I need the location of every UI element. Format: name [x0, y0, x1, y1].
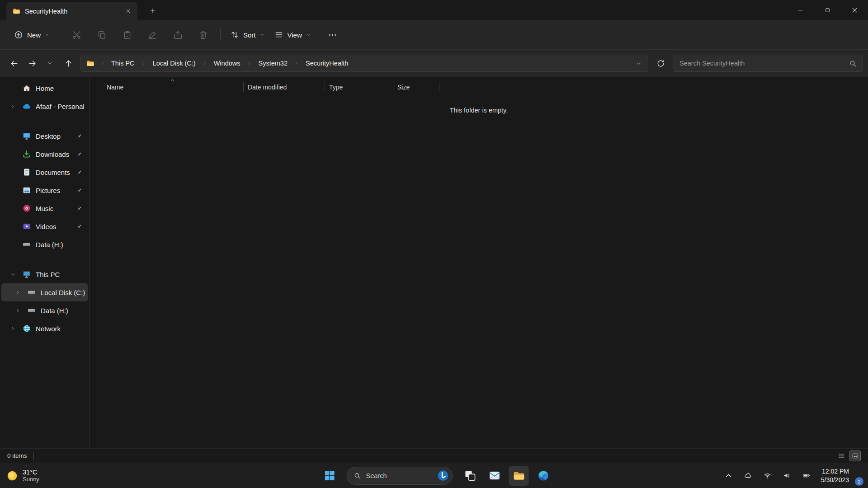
- chevron-slot: [8, 221, 18, 231]
- hidden-icons-button[interactable]: [722, 469, 736, 483]
- column-header-size[interactable]: Size: [393, 84, 439, 91]
- column-header-type[interactable]: Type: [325, 84, 393, 91]
- chevron-right-icon[interactable]: [8, 101, 18, 111]
- chevron-right-icon[interactable]: [13, 305, 23, 315]
- sort-button[interactable]: Sort: [225, 26, 269, 44]
- chevron-down-icon[interactable]: [8, 269, 18, 279]
- new-button[interactable]: New: [9, 26, 54, 44]
- breadcrumb-system32[interactable]: System32: [254, 57, 291, 69]
- sidebar-item-data-h[interactable]: Data (H:): [1, 235, 88, 253]
- delete-button[interactable]: [193, 26, 213, 44]
- sort-ascending-icon: [170, 78, 175, 83]
- sidebar-item-desktop[interactable]: Desktop: [1, 127, 88, 145]
- breadcrumb-windows[interactable]: Windows: [210, 57, 245, 69]
- up-button[interactable]: [60, 55, 77, 71]
- breadcrumb-this-pc[interactable]: This PC: [107, 57, 139, 69]
- file-explorer-app-button[interactable]: [509, 466, 529, 486]
- breadcrumb-local-disk-c[interactable]: Local Disk (C:): [149, 57, 200, 69]
- pin-icon: [75, 168, 83, 176]
- sidebar-item-label: Music: [36, 205, 71, 212]
- sidebar-item-local-disk-c[interactable]: Local Disk (C:): [1, 283, 88, 301]
- network-icon: [22, 324, 32, 333]
- task-view-button[interactable]: [460, 466, 480, 486]
- see-more-button[interactable]: [323, 26, 343, 44]
- close-button[interactable]: [841, 0, 868, 20]
- home-icon: [22, 83, 32, 93]
- chevron-slot: [8, 239, 18, 249]
- sidebar-item-this-pc[interactable]: This PC: [1, 265, 88, 283]
- tab-close-button[interactable]: [122, 5, 134, 17]
- sidebar-item-network[interactable]: Network: [1, 319, 88, 338]
- rename-icon: [148, 30, 157, 40]
- music-icon: [22, 203, 32, 213]
- sidebar-item-label: Afaaf - Personal: [36, 103, 88, 110]
- copy-button[interactable]: [92, 26, 112, 44]
- share-button[interactable]: [168, 26, 188, 44]
- search-input[interactable]: [679, 60, 849, 67]
- sidebar-item-pictures[interactable]: Pictures: [1, 181, 88, 199]
- weather-widget[interactable]: 31°C Sunny: [6, 463, 39, 488]
- sidebar-item-documents[interactable]: Documents: [1, 163, 88, 181]
- share-icon: [173, 30, 183, 40]
- new-tab-button[interactable]: [146, 4, 160, 18]
- recent-locations-button[interactable]: [42, 55, 59, 71]
- sidebar-item-label: Documents: [36, 169, 71, 176]
- arrow-left-icon: [10, 59, 19, 68]
- column-divider[interactable]: [325, 82, 325, 92]
- breadcrumb-securityhealth[interactable]: SecurityHealth: [302, 57, 352, 69]
- column-divider[interactable]: [393, 82, 393, 92]
- weather-temperature: 31°C: [23, 469, 39, 476]
- folder-icon: [13, 7, 20, 15]
- minimize-button[interactable]: [787, 0, 814, 20]
- sidebar-item-home[interactable]: Home: [1, 79, 88, 97]
- sidebar-item-label: Data (H:): [41, 307, 88, 314]
- chevron-right-icon[interactable]: [8, 324, 18, 333]
- paste-button[interactable]: [117, 26, 137, 44]
- onedrive-tray-button[interactable]: [741, 469, 755, 483]
- mail-app-button[interactable]: [485, 466, 505, 486]
- notification-badge[interactable]: 2: [855, 477, 863, 486]
- column-header-date-modified[interactable]: Date modified: [243, 84, 325, 91]
- sidebar-item-onedrive[interactable]: Afaaf - Personal: [1, 97, 88, 115]
- chevron-slot: [8, 83, 18, 93]
- taskbar-search[interactable]: Search: [347, 467, 453, 485]
- network-tray-button[interactable]: [761, 469, 774, 483]
- details-view-icon: [838, 452, 845, 460]
- clock[interactable]: 12:02 PM 5/30/2023: [821, 467, 849, 484]
- cut-button[interactable]: [66, 26, 86, 44]
- thumbnails-view-button[interactable]: [849, 450, 861, 461]
- taskbar-search-label: Search: [366, 472, 432, 479]
- chevron-slot: [8, 185, 18, 195]
- maximize-button[interactable]: [814, 0, 841, 20]
- sidebar-item-label: This PC: [36, 271, 88, 278]
- this-pc-icon: [22, 269, 32, 279]
- battery-tray-button[interactable]: [800, 469, 813, 483]
- start-button[interactable]: [320, 466, 340, 486]
- rename-button[interactable]: [142, 26, 162, 44]
- back-button[interactable]: [5, 55, 23, 71]
- forward-button[interactable]: [24, 55, 41, 71]
- address-bar[interactable]: This PC Local Disk (C:) Windows System32…: [80, 55, 648, 72]
- sidebar-item-label: Videos: [36, 223, 71, 230]
- sidebar-item-data-h-tree[interactable]: Data (H:): [1, 301, 88, 319]
- sidebar-item-label: Desktop: [36, 132, 71, 140]
- details-view-button[interactable]: [835, 450, 847, 461]
- column-header-name[interactable]: Name: [90, 84, 243, 91]
- chevron-slot: [8, 203, 18, 213]
- file-explorer-window: SecurityHealth New: [0, 0, 868, 463]
- pictures-icon: [22, 185, 32, 195]
- sidebar-item-downloads[interactable]: Downloads: [1, 145, 88, 163]
- column-divider[interactable]: [243, 82, 244, 92]
- address-dropdown-button[interactable]: [632, 56, 645, 70]
- sidebar-item-videos[interactable]: Videos: [1, 217, 88, 235]
- edge-app-button[interactable]: [533, 466, 553, 486]
- volume-tray-button[interactable]: [780, 469, 794, 483]
- refresh-button[interactable]: [652, 55, 669, 71]
- chevron-right-icon[interactable]: [13, 287, 23, 297]
- pin-icon: [75, 150, 83, 158]
- view-button[interactable]: View: [269, 26, 316, 44]
- column-divider[interactable]: [439, 82, 439, 92]
- tab-securityhealth[interactable]: SecurityHealth: [6, 2, 137, 20]
- sidebar-item-music[interactable]: Music: [1, 199, 88, 217]
- task-view-icon: [464, 469, 476, 482]
